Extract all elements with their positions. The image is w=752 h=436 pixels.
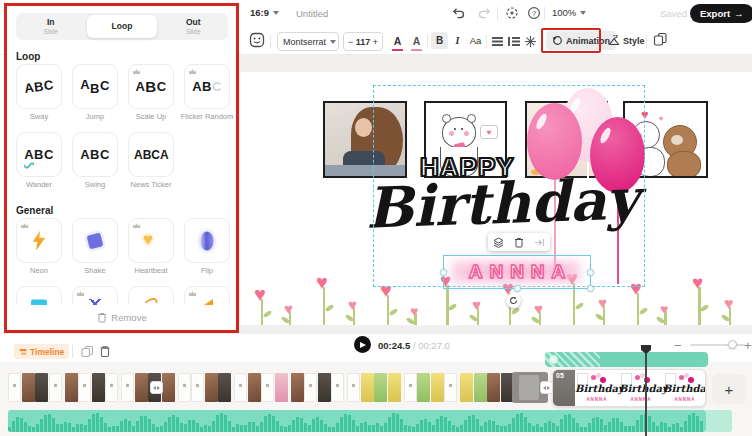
clip-thumbnail[interactable]	[135, 373, 148, 402]
export-button[interactable]: Export →	[690, 4, 752, 23]
clip-thumbnail[interactable]	[234, 373, 247, 402]
selected-clip[interactable]: 05BirthdayANNNABirthdayANNNABirthdayANNN…	[552, 369, 706, 407]
clip-thumbnail[interactable]	[374, 373, 387, 402]
timeline-zoom-in[interactable]: +	[744, 338, 752, 353]
name-text[interactable]: ANNNA	[444, 256, 590, 288]
tab-out[interactable]: OutSlide	[159, 13, 228, 40]
clip-thumbnail[interactable]	[8, 373, 21, 402]
extend-icon[interactable]	[534, 238, 545, 247]
animation-item-flicker-random[interactable]: ABC	[184, 64, 230, 109]
clip-thumbnail[interactable]	[105, 373, 118, 402]
style-button[interactable]: Style	[602, 31, 651, 50]
clip-thumbnail[interactable]	[291, 373, 304, 402]
clip-thumbnail[interactable]	[331, 373, 344, 402]
zoom-slider-knob[interactable]	[728, 340, 737, 349]
overlay-icon	[549, 355, 558, 364]
undo-icon[interactable]	[452, 6, 466, 24]
clip-thumbnail[interactable]	[248, 373, 261, 402]
animation-item-sway[interactable]: ABC	[16, 64, 62, 109]
text-overlay-clip[interactable]	[545, 352, 708, 367]
clip-thumbnail[interactable]	[49, 373, 62, 402]
tab-in[interactable]: InSlide	[16, 13, 85, 40]
delete-icon[interactable]	[99, 344, 111, 362]
clip-thumbnail[interactable]	[347, 373, 360, 402]
animation-item-shake[interactable]	[72, 218, 118, 263]
clip-thumbnail[interactable]	[361, 373, 374, 402]
clip-thumbnail[interactable]	[92, 373, 105, 402]
clip-thumbnail[interactable]	[218, 373, 231, 402]
bold-button[interactable]: B	[431, 32, 448, 49]
heart-icon	[143, 233, 159, 249]
clip-thumbnail[interactable]	[35, 373, 48, 402]
timeline-toggle[interactable]: Timeline	[14, 344, 69, 359]
font-family-select[interactable]: Montserrat	[277, 32, 339, 51]
resize-handle-bottom[interactable]	[514, 285, 521, 292]
clip-thumbnail[interactable]	[162, 373, 175, 402]
text-selection-box[interactable]: ANNNA	[443, 255, 591, 289]
text-highlight-button[interactable]: A	[411, 31, 422, 51]
clip-thumbnail[interactable]	[275, 373, 288, 402]
clip-unit: BirthdayANNNA	[575, 370, 619, 406]
font-size-decrease[interactable]: −	[348, 37, 353, 47]
clip-thumbnail[interactable]	[178, 373, 191, 402]
resize-handle-corner[interactable]	[587, 285, 594, 292]
rotate-handle[interactable]	[506, 293, 521, 308]
help-icon[interactable]: ?	[527, 6, 541, 24]
video-track[interactable]	[8, 372, 528, 403]
add-clip-button[interactable]: +	[712, 374, 746, 404]
animation-item-scale-up[interactable]: ABC	[128, 64, 174, 109]
play-button[interactable]	[354, 336, 371, 353]
animation-item-news-ticker[interactable]: ABC A	[128, 132, 174, 177]
clip-thumbnail[interactable]	[460, 373, 473, 402]
resize-handle-right[interactable]	[587, 269, 594, 276]
clip-thumbnail[interactable]	[205, 373, 218, 402]
trash-icon[interactable]	[514, 237, 524, 248]
animation-item-jump[interactable]: ABC	[72, 64, 118, 109]
clip-thumbnail[interactable]	[474, 373, 487, 402]
playhead-line[interactable]	[645, 347, 647, 436]
animation-item-neon[interactable]	[16, 218, 62, 263]
clip-thumbnail[interactable]	[417, 373, 430, 402]
letter-spacing-icon[interactable]	[524, 34, 537, 52]
highlight-swatch	[411, 49, 422, 51]
video-canvas[interactable]: ♥ ♥ ♥ HAPPY Birthday ♥♥♥♥♥♥♥♥♥♥♥♥♥♥♥♥ AN…	[240, 72, 752, 325]
resize-handle-left[interactable]	[440, 269, 447, 276]
layer-order-icon[interactable]	[653, 32, 668, 51]
clip-thumbnail[interactable]	[121, 373, 134, 402]
animation-item-heartbeat[interactable]	[128, 218, 174, 263]
focus-icon[interactable]	[505, 6, 519, 24]
clip-thumbnail[interactable]	[65, 373, 78, 402]
layers-icon[interactable]	[493, 237, 504, 248]
timeline-zoom-out[interactable]: −	[674, 338, 682, 353]
transition-icon[interactable]	[540, 381, 553, 394]
clip-thumbnail[interactable]	[318, 373, 331, 402]
clip-thumbnail[interactable]	[78, 373, 91, 402]
clip-thumbnail[interactable]	[404, 373, 417, 402]
font-color-button[interactable]: A	[392, 31, 403, 51]
font-size-stepper[interactable]: − 117 +	[343, 32, 383, 51]
text-align-icon[interactable]	[492, 37, 503, 39]
duplicate-icon[interactable]	[81, 344, 94, 362]
clip-thumbnail[interactable]	[304, 373, 317, 402]
animation-item-swing[interactable]: ABC	[72, 132, 118, 177]
redo-icon[interactable]	[477, 6, 491, 24]
clip-thumbnail[interactable]	[444, 373, 457, 402]
clip-thumbnail[interactable]	[487, 373, 500, 402]
sticker-icon[interactable]	[249, 32, 265, 52]
zoom-select[interactable]: 100%	[552, 7, 586, 18]
text-case-button[interactable]: Aa	[467, 32, 484, 49]
aspect-ratio-select[interactable]: 16:9	[250, 7, 279, 18]
audio-track[interactable]	[8, 410, 706, 432]
remove-animation-button[interactable]: Remove	[8, 305, 236, 330]
transition-icon[interactable]	[150, 381, 163, 394]
clip-thumbnail[interactable]	[388, 373, 401, 402]
italic-button[interactable]: I	[449, 32, 466, 49]
font-size-increase[interactable]: +	[373, 37, 378, 47]
clip-thumbnail[interactable]	[261, 373, 274, 402]
clip-thumbnail[interactable]	[191, 373, 204, 402]
tab-loop[interactable]: Loop	[87, 15, 156, 38]
clip-thumbnail[interactable]	[22, 373, 35, 402]
animation-item-flip[interactable]	[184, 218, 230, 263]
clip-thumbnail[interactable]	[431, 373, 444, 402]
animation-item-wander[interactable]: ABC	[16, 132, 62, 177]
